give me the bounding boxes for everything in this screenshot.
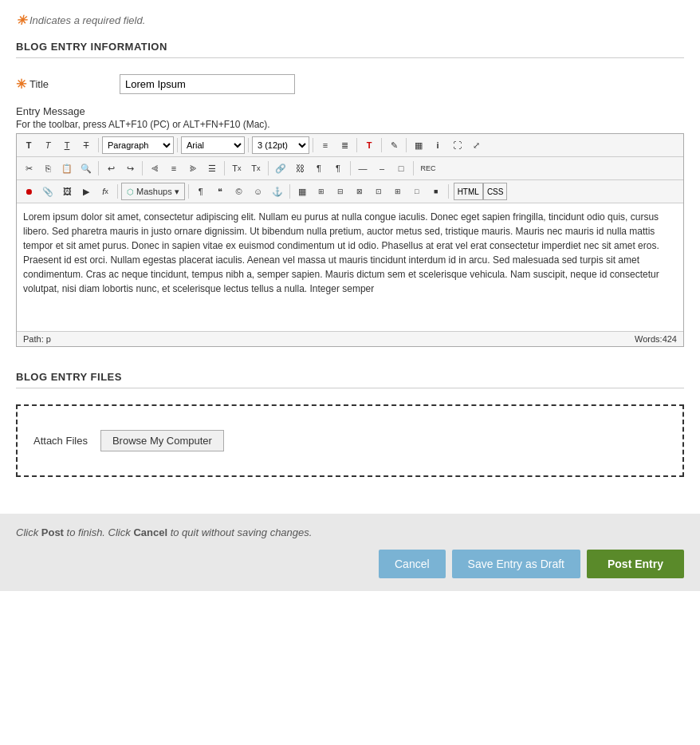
bullet-list-btn[interactable]: ≡ bbox=[317, 136, 334, 154]
required-notice: ✳ Indicates a required field. bbox=[16, 13, 684, 28]
sep5 bbox=[356, 138, 357, 152]
pagebreak-btn[interactable]: □ bbox=[392, 160, 410, 177]
footer-buttons: Cancel Save Entry as Draft Post Entry bbox=[16, 550, 684, 578]
sep8 bbox=[98, 161, 99, 175]
align-justify-btn[interactable]: ☰ bbox=[203, 160, 221, 177]
align-right-btn[interactable]: ⫸ bbox=[184, 160, 202, 177]
title-input[interactable] bbox=[120, 74, 295, 94]
insert-table-btn[interactable]: ▦ bbox=[410, 136, 427, 154]
entry-message-label: Entry Message bbox=[16, 105, 684, 117]
table-row-btn[interactable]: ⊟ bbox=[332, 183, 349, 200]
sep16 bbox=[289, 184, 290, 199]
html-btn[interactable]: HTML bbox=[454, 183, 483, 200]
sep4 bbox=[313, 138, 313, 152]
hint-post: Post bbox=[41, 526, 64, 538]
undo-btn[interactable]: ↩ bbox=[102, 160, 120, 177]
title-label-text: Title bbox=[29, 78, 49, 90]
table-merge-btn[interactable]: ⊡ bbox=[370, 183, 387, 200]
superscript-btn[interactable]: Tx bbox=[228, 160, 246, 177]
align-left-btn[interactable]: ⫷ bbox=[146, 160, 163, 177]
editor-content[interactable]: Lorem ipsum dolor sit amet, consectetur … bbox=[17, 203, 683, 331]
sep10 bbox=[224, 161, 225, 175]
table-insert-btn[interactable]: ▦ bbox=[293, 183, 311, 200]
table-col-btn[interactable]: ⊞ bbox=[313, 183, 330, 200]
subscript-btn[interactable]: Tx bbox=[247, 160, 265, 177]
format-strikethrough-btn[interactable]: T bbox=[77, 136, 95, 154]
title-asterisk: ✳ bbox=[16, 77, 26, 92]
section1-header: BLOG ENTRY INFORMATION bbox=[16, 41, 684, 58]
sep6 bbox=[381, 138, 382, 152]
font-select[interactable]: Arial Times New Roman Courier bbox=[181, 136, 245, 154]
browse-btn[interactable]: Browse My Computer bbox=[100, 430, 224, 451]
sep15 bbox=[188, 184, 189, 199]
editor-text: Lorem ipsum dolor sit amet, consectetur … bbox=[23, 211, 659, 294]
drop-zone[interactable]: Attach Files Browse My Computer bbox=[16, 404, 684, 477]
align-center-btn[interactable]: ≡ bbox=[165, 160, 183, 177]
toolbar-row2: ✂ ⎘ 📋 🔍 ↩ ↪ ⫷ ≡ ⫸ ☰ Tx Tx 🔗 ⛓ ¶ ¶ — – □ … bbox=[17, 157, 683, 180]
image-btn[interactable]: 🖼 bbox=[58, 183, 76, 200]
hr2-btn[interactable]: – bbox=[373, 160, 391, 177]
title-label: ✳ Title bbox=[16, 77, 120, 92]
expand-btn[interactable]: ⤢ bbox=[467, 136, 485, 154]
hint-cancel: Cancel bbox=[133, 526, 167, 538]
box2-btn[interactable]: ■ bbox=[427, 183, 445, 200]
sep7 bbox=[406, 138, 407, 152]
html-css-group: HTML CSS bbox=[454, 183, 508, 200]
size-select[interactable]: 3 (12pt) 1 (8pt) 2 (10pt) 4 (14pt) bbox=[252, 136, 309, 154]
outdent-btn[interactable]: ¶ bbox=[329, 160, 347, 177]
table-split-btn[interactable]: ⊞ bbox=[389, 183, 407, 200]
table-del-btn[interactable]: ⊠ bbox=[351, 183, 368, 200]
sep11 bbox=[268, 161, 269, 175]
footer-bar: Click Post to finish. Click Cancel to qu… bbox=[0, 514, 700, 591]
link-btn[interactable]: 🔗 bbox=[272, 160, 289, 177]
mashup-btn[interactable]: ⬡ Mashups ▾ bbox=[121, 183, 185, 200]
hint-part3: to quit without saving changes. bbox=[167, 526, 312, 538]
sep2 bbox=[177, 138, 178, 152]
redo-btn[interactable]: ↪ bbox=[121, 160, 139, 177]
cut-btn[interactable]: ✂ bbox=[20, 160, 37, 177]
post-entry-button[interactable]: Post Entry bbox=[587, 550, 684, 578]
paste-btn[interactable]: 📋 bbox=[58, 160, 76, 177]
emoji-btn[interactable]: ☺ bbox=[250, 183, 267, 200]
format-italic-btn[interactable]: T bbox=[39, 136, 57, 154]
toolbar-hint: For the toolbar, press ALT+F10 (PC) or A… bbox=[16, 119, 684, 130]
font-color-btn[interactable]: T bbox=[360, 136, 378, 154]
media-btn[interactable]: ⏺ bbox=[20, 183, 37, 200]
paragraph-select[interactable]: Paragraph Heading 1 Heading 2 bbox=[102, 136, 174, 154]
page-container: ✳ Indicates a required field. BLOG ENTRY… bbox=[0, 0, 700, 490]
pilcrow-btn[interactable]: ¶ bbox=[192, 183, 210, 200]
copyright-btn[interactable]: © bbox=[230, 183, 248, 200]
attach-btn[interactable]: 📎 bbox=[39, 183, 57, 200]
sep3 bbox=[248, 138, 249, 152]
cancel-button[interactable]: Cancel bbox=[379, 550, 446, 578]
copy-btn[interactable]: ⎘ bbox=[39, 160, 57, 177]
fullscreen-btn[interactable]: ⛶ bbox=[448, 136, 466, 154]
path-info: Path: p bbox=[23, 334, 51, 344]
formula-btn[interactable]: fx bbox=[96, 183, 114, 200]
format-bold-btn[interactable]: T bbox=[20, 136, 37, 154]
unlink-btn[interactable]: ⛓ bbox=[291, 160, 309, 177]
flash-btn[interactable]: ▶ bbox=[77, 183, 95, 200]
hr-btn[interactable]: — bbox=[354, 160, 372, 177]
css-btn[interactable]: CSS bbox=[483, 183, 508, 200]
required-notice-text: Indicates a required field. bbox=[29, 14, 145, 26]
anchor-btn[interactable]: ⚓ bbox=[269, 183, 286, 200]
format-underline-btn[interactable]: T bbox=[58, 136, 76, 154]
save-draft-button[interactable]: Save Entry as Draft bbox=[452, 550, 580, 578]
sep17 bbox=[448, 184, 449, 199]
title-field-row: ✳ Title bbox=[16, 74, 684, 94]
insert-media-btn[interactable]: i bbox=[429, 136, 446, 154]
numbered-list-btn[interactable]: ≣ bbox=[336, 136, 353, 154]
spellcheck-btn[interactable]: REC bbox=[417, 160, 439, 177]
hint-part1: Click bbox=[16, 526, 41, 538]
asterisk-icon: ✳ bbox=[16, 13, 26, 28]
insert-special-btn[interactable]: ✎ bbox=[385, 136, 403, 154]
sep14 bbox=[117, 184, 118, 199]
box1-btn[interactable]: □ bbox=[408, 183, 426, 200]
sep9 bbox=[142, 161, 143, 175]
blockquote-btn[interactable]: ❝ bbox=[211, 183, 229, 200]
files-section: BLOG ENTRY FILES Attach Files Browse My … bbox=[16, 371, 684, 477]
sep12 bbox=[350, 161, 351, 175]
find-btn[interactable]: 🔍 bbox=[77, 160, 95, 177]
indent-btn[interactable]: ¶ bbox=[310, 160, 328, 177]
